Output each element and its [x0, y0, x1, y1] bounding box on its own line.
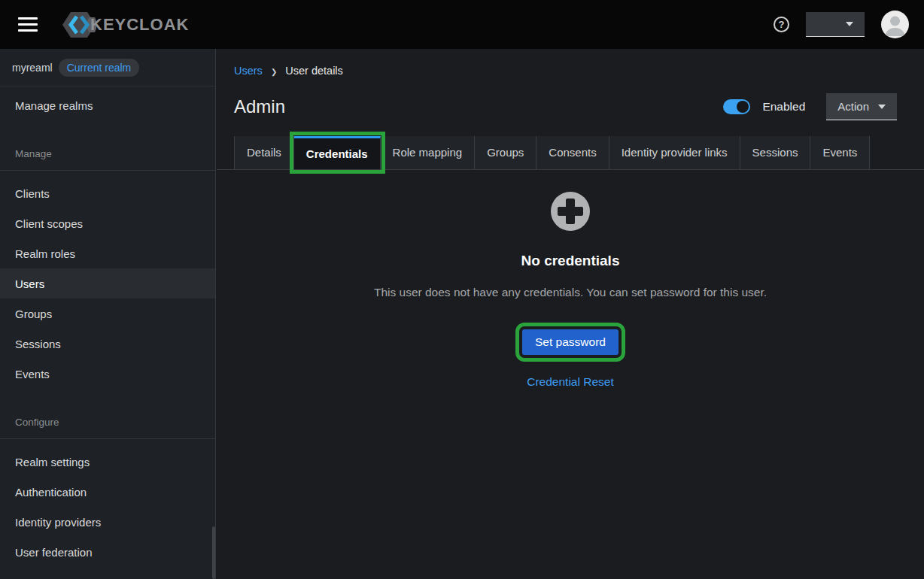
- caret-down-icon: [846, 22, 853, 26]
- language-select[interactable]: [806, 12, 865, 37]
- chevron-right-icon: ❯: [271, 68, 277, 76]
- caret-down-icon: [878, 105, 886, 109]
- tab-consents[interactable]: Consents: [536, 136, 609, 169]
- avatar[interactable]: [881, 11, 909, 38]
- credential-reset-link[interactable]: Credential Reset: [527, 375, 613, 389]
- top-bar: KEYCLOAK ?: [0, 0, 924, 49]
- toggle-knob: [737, 101, 749, 113]
- sidebar-item-sessions[interactable]: Sessions: [0, 329, 215, 359]
- tab-role-mapping[interactable]: Role mapping: [381, 136, 476, 169]
- tab-details[interactable]: Details: [234, 136, 294, 169]
- keycloak-logo: KEYCLOAK: [62, 10, 189, 40]
- action-dropdown-label: Action: [837, 100, 869, 113]
- main-content: Users ❯ User details Admin Enabled Actio…: [217, 49, 924, 579]
- tab-bar: Details Credentials Role mapping Groups …: [217, 136, 924, 170]
- sidebar-section-title-configure: Configure: [0, 416, 215, 429]
- breadcrumb-users-link[interactable]: Users: [234, 65, 263, 77]
- sidebar-item-manage-realms[interactable]: Manage realms: [0, 90, 215, 120]
- hamburger-menu-icon[interactable]: [18, 17, 38, 32]
- realm-name: myreaml: [12, 62, 53, 74]
- action-dropdown-button[interactable]: Action: [826, 93, 897, 120]
- sidebar-item-authentication[interactable]: Authentication: [0, 477, 215, 507]
- sidebar-item-realm-settings[interactable]: Realm settings: [0, 447, 215, 477]
- set-password-button[interactable]: Set password: [522, 329, 619, 355]
- sidebar-scrollbar[interactable]: [212, 526, 215, 579]
- sidebar: myreaml Current realm Manage realms Mana…: [0, 49, 216, 579]
- sidebar-item-users[interactable]: Users: [0, 268, 215, 299]
- sidebar-item-clients[interactable]: Clients: [0, 178, 215, 208]
- breadcrumb-current: User details: [285, 65, 343, 77]
- breadcrumb: Users ❯ User details: [234, 65, 897, 77]
- sidebar-item-user-federation[interactable]: User federation: [0, 537, 215, 567]
- tab-events[interactable]: Events: [810, 136, 870, 169]
- plus-circle-icon: [550, 191, 591, 232]
- enabled-label: Enabled: [762, 100, 805, 114]
- divider: [0, 438, 215, 439]
- sidebar-item-identity-providers[interactable]: Identity providers: [0, 507, 215, 537]
- tab-groups[interactable]: Groups: [475, 136, 536, 169]
- empty-state-title: No credentials: [217, 253, 924, 269]
- sidebar-section-title-manage: Manage: [0, 147, 215, 161]
- person-icon: [881, 11, 909, 38]
- page-title: Admin: [234, 96, 285, 117]
- divider: [0, 170, 215, 171]
- help-icon[interactable]: ?: [774, 17, 789, 32]
- tab-sessions[interactable]: Sessions: [740, 136, 811, 169]
- empty-state-description: This user does not have any credentials.…: [217, 286, 924, 299]
- sidebar-item-realm-roles[interactable]: Realm roles: [0, 238, 215, 268]
- tab-credentials[interactable]: Credentials: [294, 136, 381, 169]
- sidebar-item-client-scopes[interactable]: Client scopes: [0, 208, 215, 238]
- brand-text: KEYCLOAK: [90, 15, 189, 35]
- sidebar-item-groups[interactable]: Groups: [0, 299, 215, 329]
- tab-identity-provider-links[interactable]: Identity provider links: [609, 136, 740, 169]
- current-realm-badge: Current realm: [59, 59, 140, 77]
- realm-selector[interactable]: myreaml Current realm: [0, 49, 215, 86]
- empty-state: No credentials This user does not have a…: [217, 170, 924, 389]
- enabled-toggle[interactable]: [723, 99, 750, 114]
- sidebar-item-events[interactable]: Events: [0, 359, 215, 389]
